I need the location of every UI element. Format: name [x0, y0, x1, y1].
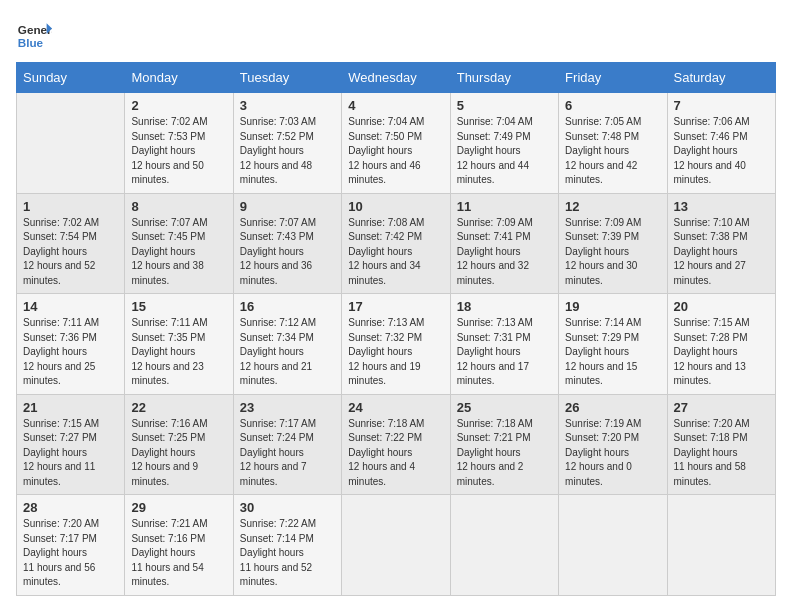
calendar-cell: 22Sunrise: 7:16 AMSunset: 7:25 PMDayligh…: [125, 394, 233, 495]
day-number: 21: [23, 400, 118, 415]
day-number: 8: [131, 199, 226, 214]
calendar-week-row: 28Sunrise: 7:20 AMSunset: 7:17 PMDayligh…: [17, 495, 776, 596]
calendar-cell: 26Sunrise: 7:19 AMSunset: 7:20 PMDayligh…: [559, 394, 667, 495]
day-number: 18: [457, 299, 552, 314]
day-info: Sunrise: 7:07 AMSunset: 7:45 PMDaylight …: [131, 217, 207, 286]
day-info: Sunrise: 7:14 AMSunset: 7:29 PMDaylight …: [565, 317, 641, 386]
day-number: 23: [240, 400, 335, 415]
day-info: Sunrise: 7:17 AMSunset: 7:24 PMDaylight …: [240, 418, 316, 487]
day-number: 28: [23, 500, 118, 515]
day-info: Sunrise: 7:22 AMSunset: 7:14 PMDaylight …: [240, 518, 316, 587]
day-info: Sunrise: 7:10 AMSunset: 7:38 PMDaylight …: [674, 217, 750, 286]
calendar-cell: 29Sunrise: 7:21 AMSunset: 7:16 PMDayligh…: [125, 495, 233, 596]
day-info: Sunrise: 7:07 AMSunset: 7:43 PMDaylight …: [240, 217, 316, 286]
weekday-header-friday: Friday: [559, 63, 667, 93]
day-info: Sunrise: 7:09 AMSunset: 7:39 PMDaylight …: [565, 217, 641, 286]
weekday-header-monday: Monday: [125, 63, 233, 93]
day-number: 20: [674, 299, 769, 314]
logo-icon: General Blue: [16, 16, 52, 52]
weekday-header-sunday: Sunday: [17, 63, 125, 93]
calendar-cell: 20Sunrise: 7:15 AMSunset: 7:28 PMDayligh…: [667, 294, 775, 395]
day-number: 17: [348, 299, 443, 314]
day-number: 24: [348, 400, 443, 415]
weekday-header-tuesday: Tuesday: [233, 63, 341, 93]
calendar-cell: 24Sunrise: 7:18 AMSunset: 7:22 PMDayligh…: [342, 394, 450, 495]
day-info: Sunrise: 7:13 AMSunset: 7:31 PMDaylight …: [457, 317, 533, 386]
calendar-cell: 30Sunrise: 7:22 AMSunset: 7:14 PMDayligh…: [233, 495, 341, 596]
calendar-table: SundayMondayTuesdayWednesdayThursdayFrid…: [16, 62, 776, 596]
day-number: 1: [23, 199, 118, 214]
calendar-cell: 11Sunrise: 7:09 AMSunset: 7:41 PMDayligh…: [450, 193, 558, 294]
day-number: 3: [240, 98, 335, 113]
day-number: 5: [457, 98, 552, 113]
day-info: Sunrise: 7:09 AMSunset: 7:41 PMDaylight …: [457, 217, 533, 286]
day-info: Sunrise: 7:12 AMSunset: 7:34 PMDaylight …: [240, 317, 316, 386]
calendar-cell: 1Sunrise: 7:02 AMSunset: 7:54 PMDaylight…: [17, 193, 125, 294]
day-info: Sunrise: 7:08 AMSunset: 7:42 PMDaylight …: [348, 217, 424, 286]
calendar-cell: 5Sunrise: 7:04 AMSunset: 7:49 PMDaylight…: [450, 93, 558, 194]
day-number: 6: [565, 98, 660, 113]
calendar-week-row: 21Sunrise: 7:15 AMSunset: 7:27 PMDayligh…: [17, 394, 776, 495]
calendar-cell: 7Sunrise: 7:06 AMSunset: 7:46 PMDaylight…: [667, 93, 775, 194]
calendar-cell: 18Sunrise: 7:13 AMSunset: 7:31 PMDayligh…: [450, 294, 558, 395]
day-number: 22: [131, 400, 226, 415]
day-number: 4: [348, 98, 443, 113]
day-number: 16: [240, 299, 335, 314]
calendar-cell: 3Sunrise: 7:03 AMSunset: 7:52 PMDaylight…: [233, 93, 341, 194]
day-info: Sunrise: 7:13 AMSunset: 7:32 PMDaylight …: [348, 317, 424, 386]
calendar-week-row: 14Sunrise: 7:11 AMSunset: 7:36 PMDayligh…: [17, 294, 776, 395]
day-info: Sunrise: 7:02 AMSunset: 7:53 PMDaylight …: [131, 116, 207, 185]
day-info: Sunrise: 7:16 AMSunset: 7:25 PMDaylight …: [131, 418, 207, 487]
calendar-cell: 2Sunrise: 7:02 AMSunset: 7:53 PMDaylight…: [125, 93, 233, 194]
calendar-cell: 9Sunrise: 7:07 AMSunset: 7:43 PMDaylight…: [233, 193, 341, 294]
calendar-cell: [559, 495, 667, 596]
calendar-cell: [342, 495, 450, 596]
day-info: Sunrise: 7:02 AMSunset: 7:54 PMDaylight …: [23, 217, 99, 286]
calendar-cell: 27Sunrise: 7:20 AMSunset: 7:18 PMDayligh…: [667, 394, 775, 495]
day-number: 19: [565, 299, 660, 314]
calendar-cell: 4Sunrise: 7:04 AMSunset: 7:50 PMDaylight…: [342, 93, 450, 194]
day-number: 9: [240, 199, 335, 214]
calendar-cell: 19Sunrise: 7:14 AMSunset: 7:29 PMDayligh…: [559, 294, 667, 395]
day-info: Sunrise: 7:18 AMSunset: 7:21 PMDaylight …: [457, 418, 533, 487]
day-number: 14: [23, 299, 118, 314]
calendar-cell: 23Sunrise: 7:17 AMSunset: 7:24 PMDayligh…: [233, 394, 341, 495]
weekday-header-thursday: Thursday: [450, 63, 558, 93]
day-info: Sunrise: 7:19 AMSunset: 7:20 PMDaylight …: [565, 418, 641, 487]
day-info: Sunrise: 7:18 AMSunset: 7:22 PMDaylight …: [348, 418, 424, 487]
svg-text:Blue: Blue: [18, 36, 44, 49]
day-number: 30: [240, 500, 335, 515]
day-number: 11: [457, 199, 552, 214]
day-info: Sunrise: 7:11 AMSunset: 7:36 PMDaylight …: [23, 317, 99, 386]
calendar-cell: 10Sunrise: 7:08 AMSunset: 7:42 PMDayligh…: [342, 193, 450, 294]
day-info: Sunrise: 7:20 AMSunset: 7:17 PMDaylight …: [23, 518, 99, 587]
calendar-cell: 13Sunrise: 7:10 AMSunset: 7:38 PMDayligh…: [667, 193, 775, 294]
calendar-cell: 28Sunrise: 7:20 AMSunset: 7:17 PMDayligh…: [17, 495, 125, 596]
day-number: 15: [131, 299, 226, 314]
day-number: 26: [565, 400, 660, 415]
day-number: 7: [674, 98, 769, 113]
day-info: Sunrise: 7:06 AMSunset: 7:46 PMDaylight …: [674, 116, 750, 185]
calendar-cell: 25Sunrise: 7:18 AMSunset: 7:21 PMDayligh…: [450, 394, 558, 495]
day-number: 29: [131, 500, 226, 515]
weekday-header-wednesday: Wednesday: [342, 63, 450, 93]
calendar-header: SundayMondayTuesdayWednesdayThursdayFrid…: [17, 63, 776, 93]
day-number: 27: [674, 400, 769, 415]
day-number: 12: [565, 199, 660, 214]
day-number: 13: [674, 199, 769, 214]
page-header: General Blue: [16, 16, 776, 52]
calendar-cell: 8Sunrise: 7:07 AMSunset: 7:45 PMDaylight…: [125, 193, 233, 294]
calendar-cell: 14Sunrise: 7:11 AMSunset: 7:36 PMDayligh…: [17, 294, 125, 395]
calendar-week-row: 1Sunrise: 7:02 AMSunset: 7:54 PMDaylight…: [17, 193, 776, 294]
calendar-cell: 6Sunrise: 7:05 AMSunset: 7:48 PMDaylight…: [559, 93, 667, 194]
day-info: Sunrise: 7:11 AMSunset: 7:35 PMDaylight …: [131, 317, 207, 386]
calendar-cell: 21Sunrise: 7:15 AMSunset: 7:27 PMDayligh…: [17, 394, 125, 495]
logo: General Blue: [16, 16, 52, 52]
day-info: Sunrise: 7:04 AMSunset: 7:50 PMDaylight …: [348, 116, 424, 185]
calendar-cell: 17Sunrise: 7:13 AMSunset: 7:32 PMDayligh…: [342, 294, 450, 395]
calendar-cell: 16Sunrise: 7:12 AMSunset: 7:34 PMDayligh…: [233, 294, 341, 395]
day-info: Sunrise: 7:15 AMSunset: 7:28 PMDaylight …: [674, 317, 750, 386]
calendar-cell: [667, 495, 775, 596]
day-info: Sunrise: 7:04 AMSunset: 7:49 PMDaylight …: [457, 116, 533, 185]
day-info: Sunrise: 7:20 AMSunset: 7:18 PMDaylight …: [674, 418, 750, 487]
